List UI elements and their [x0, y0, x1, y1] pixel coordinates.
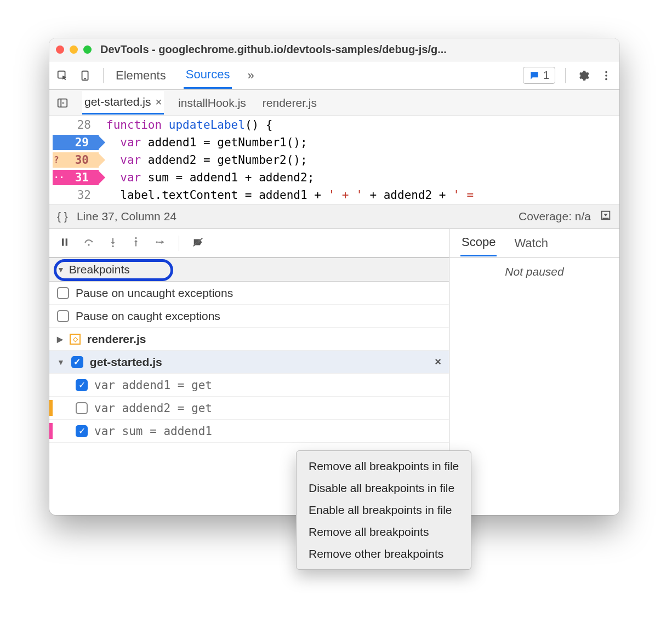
breakpoint-row[interactable]: var addend2 = get [49, 397, 449, 420]
line-number[interactable]: ·· 31 [49, 169, 99, 186]
breakpoint-row[interactable]: ✓ var addend1 = get [49, 374, 449, 397]
pause-uncaught-row[interactable]: Pause on uncaught exceptions [49, 282, 449, 305]
breakpoints-section-header[interactable]: ▼ Breakpoints [49, 258, 449, 282]
checkbox[interactable] [57, 287, 69, 299]
file-tab-renderer[interactable]: renderer.js [260, 92, 319, 114]
settings-gear-icon[interactable] [576, 68, 591, 83]
checkbox[interactable] [76, 402, 88, 414]
svg-point-5 [605, 78, 607, 80]
file-tab-get-started[interactable]: get-started.js × [82, 91, 164, 115]
svg-point-19 [135, 237, 136, 238]
issues-button[interactable]: 1 [523, 67, 555, 84]
logpoint-marker[interactable]: ·· 31 [53, 170, 99, 185]
close-window-button[interactable] [56, 45, 64, 54]
step-into-icon[interactable] [107, 236, 118, 250]
logpoint-stripe [49, 423, 53, 439]
collapse-bottom-icon[interactable] [600, 209, 612, 224]
pretty-print-icon[interactable]: { } [57, 210, 68, 223]
ctx-disable-all-in-file[interactable]: Disable all breakpoints in file [297, 477, 471, 499]
svg-point-4 [605, 75, 607, 77]
kebab-menu-icon[interactable] [599, 68, 614, 83]
devtools-window: DevTools - googlechrome.github.io/devtoo… [49, 38, 619, 515]
tab-watch[interactable]: Watch [513, 231, 549, 256]
debug-toolbar [49, 229, 449, 258]
file-tab-label: renderer.js [263, 96, 317, 110]
row-label: Pause on caught exceptions [76, 310, 220, 323]
deactivate-breakpoints-icon[interactable] [191, 236, 204, 250]
inspect-icon[interactable] [55, 68, 70, 83]
titlebar: DevTools - googlechrome.github.io/devtoo… [49, 38, 619, 61]
file-tab-installhook[interactable]: installHook.js [176, 92, 248, 114]
step-over-icon[interactable] [82, 237, 95, 250]
close-tab-icon[interactable]: × [155, 96, 162, 108]
svg-marker-18 [134, 239, 138, 242]
traffic-lights [56, 45, 92, 54]
tab-scope[interactable]: Scope [460, 230, 497, 256]
checkbox[interactable]: ✓ [76, 425, 88, 437]
breakpoint-code: var sum = addend1 [94, 425, 212, 438]
file-tab-label: get-started.js [84, 95, 151, 108]
svg-point-20 [156, 241, 158, 243]
tab-sources[interactable]: Sources [184, 62, 232, 89]
svg-marker-21 [162, 240, 164, 244]
group-label: renderer.js [87, 333, 146, 346]
chevron-down-icon: ▼ [57, 265, 65, 274]
ctx-enable-all-in-file[interactable]: Enable all breakpoints in file [297, 499, 471, 521]
breakpoint-marker[interactable]: 29 [53, 135, 99, 150]
line-number[interactable]: 28 [49, 116, 99, 134]
right-tabs: Scope Watch [449, 229, 619, 258]
svg-marker-15 [92, 240, 93, 242]
checkbox[interactable]: ✓ [71, 356, 83, 368]
conditional-breakpoint-marker[interactable]: ? 30 [53, 152, 99, 168]
context-menu: Remove all breakpoints in file Disable a… [296, 450, 471, 570]
navigator-toggle-icon[interactable] [55, 95, 70, 111]
line-number[interactable]: 29 [49, 134, 99, 151]
step-out-icon[interactable] [130, 236, 141, 250]
row-label: Pause on uncaught exceptions [76, 287, 233, 300]
device-toggle-icon[interactable] [78, 68, 93, 83]
file-tab-label: installHook.js [178, 96, 246, 110]
main-toolbar: Elements Sources » 1 [49, 61, 619, 90]
zoom-window-button[interactable] [83, 45, 92, 54]
line-number[interactable]: ? 30 [49, 151, 99, 169]
code-body[interactable]: function updateLabel() { var addend1 = g… [99, 116, 474, 204]
ctx-remove-all[interactable]: Remove all breakpoints [297, 521, 471, 543]
breakpoint-code: var addend1 = get [94, 379, 212, 392]
code-editor[interactable]: 28 29 ? 30 ·· 31 32 function updateLabel… [49, 116, 619, 204]
svg-point-17 [112, 245, 113, 247]
minimize-window-button[interactable] [70, 45, 78, 54]
svg-marker-10 [603, 214, 607, 216]
group-label: get-started.js [90, 356, 162, 369]
chevron-down-icon: ▼ [57, 358, 65, 367]
svg-marker-8 [62, 102, 65, 104]
svg-rect-12 [62, 238, 64, 245]
file-tabs: get-started.js × installHook.js renderer… [49, 90, 619, 116]
debugger-right: Scope Watch Not paused [449, 229, 619, 515]
line-gutter[interactable]: 28 29 ? 30 ·· 31 32 [49, 116, 99, 204]
js-file-icon: ◇ [70, 334, 81, 345]
checkbox[interactable] [57, 310, 69, 322]
not-paused-message: Not paused [449, 258, 619, 286]
step-icon[interactable] [153, 237, 167, 250]
line-number[interactable]: 32 [49, 186, 99, 204]
remove-group-icon[interactable]: × [435, 356, 441, 368]
svg-point-3 [605, 71, 607, 73]
more-tabs-chevron-icon[interactable]: » [247, 68, 254, 83]
ctx-remove-other[interactable]: Remove other breakpoints [297, 543, 471, 565]
svg-rect-13 [66, 238, 67, 245]
editor-statusbar: { } Line 37, Column 24 Coverage: n/a [49, 204, 619, 229]
conditional-stripe [49, 400, 53, 416]
breakpoint-group-get-started[interactable]: ▼ ✓ get-started.js × [49, 351, 449, 374]
checkbox[interactable]: ✓ [76, 379, 88, 391]
svg-point-14 [88, 244, 89, 245]
breakpoint-row[interactable]: ✓ var sum = addend1 [49, 420, 449, 443]
panel-tabs: Elements Sources » [113, 62, 254, 89]
window-title: DevTools - googlechrome.github.io/devtoo… [100, 43, 447, 56]
pause-icon[interactable] [59, 237, 70, 250]
issues-count: 1 [543, 69, 549, 82]
pause-caught-row[interactable]: Pause on caught exceptions [49, 305, 449, 328]
tab-elements[interactable]: Elements [113, 63, 168, 88]
ctx-remove-all-in-file[interactable]: Remove all breakpoints in file [297, 455, 471, 477]
svg-marker-16 [111, 242, 115, 244]
breakpoint-group-renderer[interactable]: ▶ ◇ renderer.js [49, 328, 449, 351]
